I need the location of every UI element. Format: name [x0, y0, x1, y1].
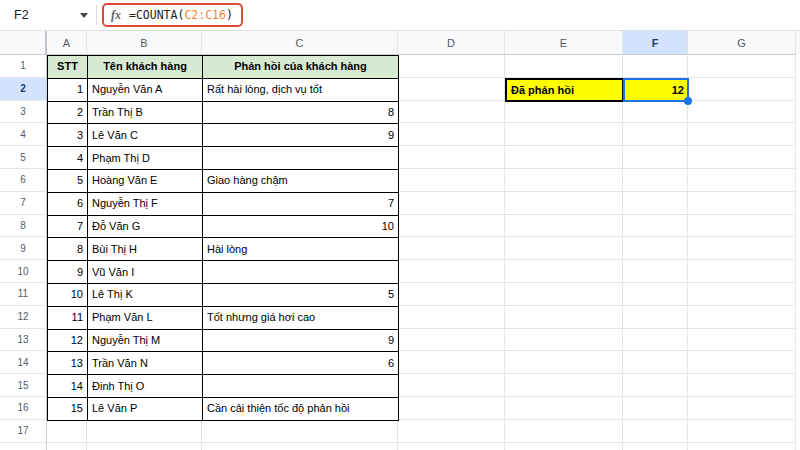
cell-C8[interactable]: 10: [202, 215, 399, 239]
cell-B16[interactable]: Lê Văn P: [87, 397, 203, 421]
cell-C12[interactable]: Tốt nhưng giá hơi cao: [202, 306, 399, 330]
cell-D3[interactable]: [398, 101, 505, 124]
cell-A14[interactable]: 13: [47, 351, 88, 375]
cell-F10[interactable]: [623, 260, 688, 283]
cell-F16[interactable]: [623, 397, 688, 420]
cell-F2[interactable]: 12: [623, 78, 689, 102]
cell-B11[interactable]: Lê Thị K: [87, 283, 203, 307]
cell-B10[interactable]: Vũ Văn I: [87, 260, 203, 284]
cell-A18[interactable]: [47, 443, 87, 450]
cell-D2[interactable]: [398, 78, 505, 101]
cell-A10[interactable]: 9: [47, 260, 88, 284]
cell-C7[interactable]: 7: [202, 192, 399, 216]
cell-C3[interactable]: 8: [202, 101, 399, 125]
cell-F7[interactable]: [623, 192, 688, 215]
cell-D16[interactable]: [398, 397, 505, 420]
cell-G7[interactable]: [688, 192, 796, 215]
cell-F15[interactable]: [623, 374, 688, 397]
row-header-12[interactable]: 12: [0, 306, 47, 329]
cell-C17[interactable]: [202, 420, 398, 443]
cell-G14[interactable]: [688, 351, 796, 374]
cell-G6[interactable]: [688, 169, 796, 192]
row-header-15[interactable]: 15: [0, 374, 47, 397]
cell-E5[interactable]: [505, 146, 623, 169]
cell-A3[interactable]: 2: [47, 101, 88, 125]
row-header-6[interactable]: 6: [0, 169, 47, 192]
cell-F5[interactable]: [623, 146, 688, 169]
row-header-3[interactable]: 3: [0, 101, 47, 124]
cell-G18[interactable]: [688, 443, 796, 450]
cell-D7[interactable]: [398, 192, 505, 215]
row-header-2[interactable]: 2: [0, 78, 47, 101]
cell-F3[interactable]: [623, 101, 688, 124]
cell-F1[interactable]: [623, 55, 688, 78]
cell-G1[interactable]: [688, 55, 796, 78]
cell-C11[interactable]: 5: [202, 283, 399, 307]
cell-C6[interactable]: Giao hàng chậm: [202, 169, 399, 193]
cell-C14[interactable]: 6: [202, 351, 399, 375]
cell-E9[interactable]: [505, 237, 623, 260]
cell-E3[interactable]: [505, 101, 623, 124]
cell-A11[interactable]: 10: [47, 283, 88, 307]
row-header-8[interactable]: 8: [0, 215, 47, 238]
cell-E17[interactable]: [505, 420, 623, 443]
column-header-E[interactable]: E: [505, 31, 623, 55]
row-header-16[interactable]: 16: [0, 397, 47, 420]
cell-C4[interactable]: 9: [202, 123, 399, 147]
cell-B7[interactable]: Nguyễn Thị F: [87, 192, 203, 216]
cell-C2[interactable]: Rất hài lòng, dịch vụ tốt: [202, 78, 399, 102]
row-header-9[interactable]: 9: [0, 237, 47, 260]
cell-E2[interactable]: Đã phản hồi: [505, 78, 624, 102]
cell-E14[interactable]: [505, 351, 623, 374]
cell-C16[interactable]: Cần cải thiện tốc độ phản hồi: [202, 397, 399, 421]
cell-G3[interactable]: [688, 101, 796, 124]
cell-C18[interactable]: [202, 443, 398, 450]
cell-B18[interactable]: [87, 443, 202, 450]
cell-E1[interactable]: [505, 55, 623, 78]
cell-D17[interactable]: [398, 420, 505, 443]
cell-B8[interactable]: Đỗ Văn G: [87, 215, 203, 239]
cell-G4[interactable]: [688, 123, 796, 146]
column-header-B[interactable]: B: [87, 31, 202, 55]
cell-F11[interactable]: [623, 283, 688, 306]
cell-A12[interactable]: 11: [47, 306, 88, 330]
cell-B15[interactable]: Đinh Thị O: [87, 374, 203, 398]
cell-B5[interactable]: Phạm Thị D: [87, 146, 203, 170]
cell-G8[interactable]: [688, 215, 796, 238]
cell-B2[interactable]: Nguyễn Văn A: [87, 78, 203, 102]
cell-E6[interactable]: [505, 169, 623, 192]
cell-D11[interactable]: [398, 283, 505, 306]
row-header-10[interactable]: 10: [0, 260, 47, 283]
cell-D14[interactable]: [398, 351, 505, 374]
cell-F13[interactable]: [623, 329, 688, 352]
cell-D12[interactable]: [398, 306, 505, 329]
cell-D13[interactable]: [398, 329, 505, 352]
cell-F18[interactable]: [623, 443, 688, 450]
row-header-5[interactable]: 5: [0, 146, 47, 169]
column-header-C[interactable]: C: [202, 31, 398, 55]
cell-G17[interactable]: [688, 420, 796, 443]
cell-D1[interactable]: [398, 55, 505, 78]
cell-B1[interactable]: Tên khách hàng: [87, 55, 203, 79]
cell-E7[interactable]: [505, 192, 623, 215]
cell-D6[interactable]: [398, 169, 505, 192]
cell-B12[interactable]: Phạm Văn L: [87, 306, 203, 330]
cell-D4[interactable]: [398, 123, 505, 146]
cell-G2[interactable]: [688, 78, 796, 101]
cell-G16[interactable]: [688, 397, 796, 420]
cell-A7[interactable]: 6: [47, 192, 88, 216]
cell-F8[interactable]: [623, 215, 688, 238]
cell-A1[interactable]: STT: [47, 55, 88, 79]
cell-B3[interactable]: Trần Thị B: [87, 101, 203, 125]
cell-E10[interactable]: [505, 260, 623, 283]
cell-A6[interactable]: 5: [47, 169, 88, 193]
cell-A8[interactable]: 7: [47, 215, 88, 239]
cell-B9[interactable]: Bùi Thị H: [87, 237, 203, 261]
cell-G10[interactable]: [688, 260, 796, 283]
cell-G15[interactable]: [688, 374, 796, 397]
cell-A13[interactable]: 12: [47, 329, 88, 353]
cell-F9[interactable]: [623, 237, 688, 260]
cell-A16[interactable]: 15: [47, 397, 88, 421]
cell-A17[interactable]: [47, 420, 87, 443]
cell-C9[interactable]: Hài lòng: [202, 237, 399, 261]
